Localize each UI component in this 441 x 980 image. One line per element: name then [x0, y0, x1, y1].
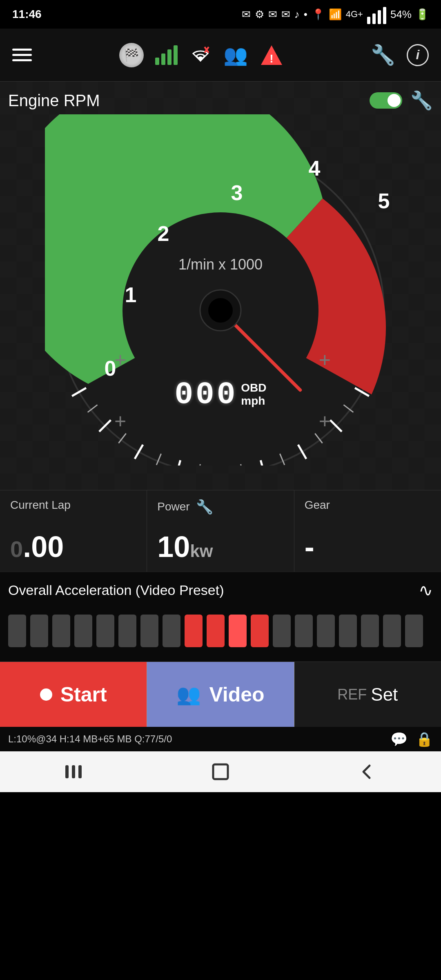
gauge-unit: 1/min x 1000 [178, 256, 263, 273]
start-label: Start [60, 683, 107, 706]
svg-rect-38 [72, 765, 75, 778]
accel-section: Overall Acceleration (Video Preset) ∿ [0, 572, 441, 662]
record-dot-icon [40, 688, 52, 701]
status-bottom-icons: 💬 🔒 [390, 731, 433, 747]
digital-rpm-display: 000 [174, 377, 238, 412]
svg-text:!: ! [270, 52, 273, 65]
nav-menu-button[interactable] [61, 760, 86, 784]
bar-16 [339, 615, 357, 647]
plus-icon-bl2[interactable]: + [114, 409, 126, 433]
wifi-warning-icon [189, 44, 212, 67]
wrench-icon[interactable]: 🔧 [371, 44, 395, 67]
svg-text:2: 2 [158, 222, 169, 245]
status-right: ✉ ⚙ ✉ ✉ ♪ • 📍 📶 4G+ 54% 🔋 [242, 4, 429, 24]
toolbar: 🏁 👥 ! 🔧 [0, 29, 441, 82]
status-bar: 11:46 ✉ ⚙ ✉ ✉ ♪ • 📍 📶 4G+ 54% 🔋 [0, 0, 441, 29]
status-bottom-bar: L:10%@34 H:14 MB+65 MB Q:77/5/0 💬 🔒 [0, 727, 441, 751]
ref-set-button[interactable]: REF Set [294, 662, 441, 727]
unit-top: OBD [241, 381, 266, 394]
speech-bubble-icon: 💬 [390, 731, 408, 747]
svg-point-36 [208, 298, 233, 323]
camera-people-icon[interactable]: 👥 [223, 44, 248, 67]
current-lap-label: Current Lap [10, 499, 136, 512]
signal-strength-icon [155, 45, 178, 65]
bar-6 [118, 615, 136, 647]
bar-9 [185, 615, 203, 647]
current-lap-value: 0.00 [10, 530, 136, 564]
bar-7 [140, 615, 158, 647]
bar-10 [207, 615, 225, 647]
gmail3-icon: ✉ [281, 8, 290, 21]
bar-5 [96, 615, 114, 647]
ref-text: REF [337, 686, 367, 703]
bar-1 [8, 615, 26, 647]
info-icon[interactable]: i [407, 44, 429, 66]
gauge-settings-icon[interactable]: 🔧 [410, 90, 433, 111]
bar-3 [52, 615, 70, 647]
nav-back-button[interactable] [355, 760, 380, 784]
status-time: 11:46 [12, 8, 42, 21]
digital-units: OBD mph [241, 377, 266, 408]
network-type-icon: 4G+ [346, 9, 363, 20]
power-wrench-icon[interactable]: 🔧 [196, 499, 213, 515]
power-value: 10kw [157, 530, 283, 564]
music-icon: ♪ [294, 8, 300, 21]
accel-wave-icon: ∿ [419, 580, 433, 600]
set-label: Set [371, 684, 398, 705]
start-button[interactable]: Start [0, 662, 147, 727]
bar-4 [74, 615, 92, 647]
svg-text:3: 3 [231, 181, 243, 205]
gauge-svg: 0 1 2 3 4 5 6 7 8 1/min x 1000 [45, 114, 396, 466]
gmail2-icon: ✉ [268, 8, 277, 21]
location-icon: 📍 [312, 8, 325, 21]
svg-text:5: 5 [378, 189, 390, 213]
bar-11 [229, 615, 247, 647]
plus-icon-bl[interactable]: + [114, 348, 126, 372]
gmail-icon: ✉ [242, 8, 251, 21]
settings-icon: ⚙ [255, 8, 264, 21]
bar-17 [361, 615, 379, 647]
video-button[interactable]: 👥 Video [147, 662, 294, 727]
bar-18 [383, 615, 401, 647]
gauge-toggle[interactable] [370, 92, 402, 109]
battery-text: 54% [390, 8, 412, 21]
bar-15 [317, 615, 335, 647]
svg-text:4: 4 [309, 156, 321, 180]
power-label: Power 🔧 [157, 499, 283, 515]
rpm-gauge: 0 1 2 3 4 5 6 7 8 1/min x 1000 [45, 114, 396, 466]
wifi-status-icon: 📶 [329, 8, 342, 21]
menu-button[interactable] [12, 49, 32, 61]
bar-2 [30, 615, 48, 647]
plus-icon-br2[interactable]: + [319, 409, 331, 433]
dot-icon: • [304, 8, 307, 21]
checkered-flag-icon[interactable]: 🏁 [119, 43, 144, 67]
bar-12 [251, 615, 269, 647]
gauge-header: Engine RPM 🔧 [8, 90, 433, 111]
toolbar-center: 🏁 👥 ! [119, 43, 284, 67]
toolbar-right: 🔧 i [371, 44, 429, 67]
video-camera-icon: 👥 [176, 683, 201, 706]
metric-gear: Gear - [294, 490, 441, 572]
gauge-section: Engine RPM 🔧 [0, 82, 441, 490]
gear-value: - [305, 530, 431, 564]
metrics-row: Current Lap 0.00 Power 🔧 10kw Gear - [0, 490, 441, 572]
svg-rect-40 [213, 764, 228, 779]
nav-home-button[interactable] [208, 760, 233, 784]
svg-text:1: 1 [125, 283, 137, 307]
bar-14 [295, 615, 313, 647]
video-label: Video [209, 683, 264, 706]
gear-label: Gear [305, 499, 431, 512]
plus-icon-br[interactable]: + [319, 348, 331, 372]
svg-rect-37 [65, 765, 69, 778]
bar-8 [163, 615, 180, 647]
bar-13 [273, 615, 291, 647]
current-lap-zero: 0 [10, 536, 23, 562]
signal-bars [367, 4, 386, 24]
android-nav-bar [0, 751, 441, 792]
bottom-controls: Start 👥 Video REF Set [0, 662, 441, 727]
accel-header: Overall Acceleration (Video Preset) ∿ [8, 580, 433, 600]
bar-19 [405, 615, 423, 647]
warning-triangle-icon[interactable]: ! [259, 44, 284, 67]
bar-graph [8, 608, 433, 653]
metric-power: Power 🔧 10kw [147, 490, 294, 572]
